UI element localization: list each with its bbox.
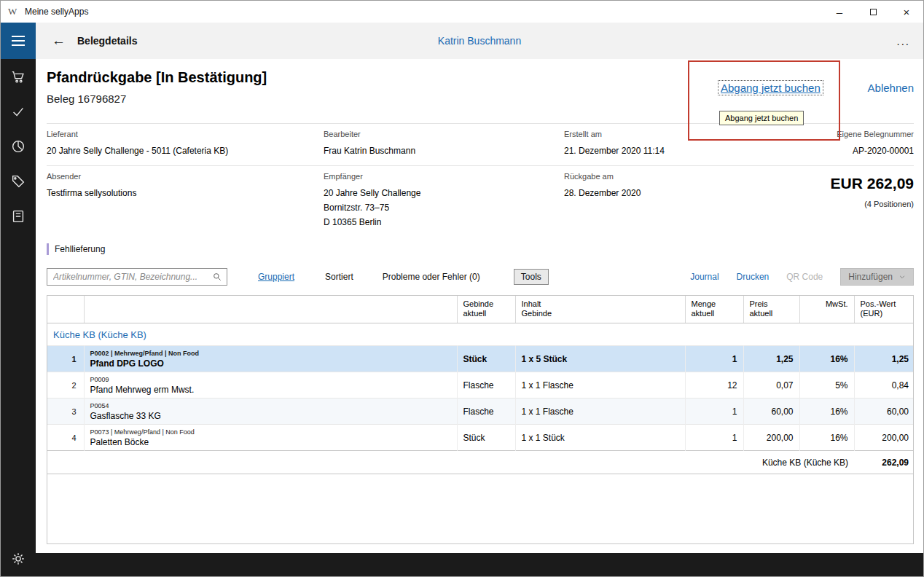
window-controls: – × xyxy=(823,1,923,23)
position-toolbar: Gruppiert Sortiert Probleme oder Fehler … xyxy=(47,267,914,286)
tag-label: Fehllieferung xyxy=(55,244,105,254)
sidebar-item-settings[interactable] xyxy=(1,541,36,576)
sidebar-item-tasks[interactable] xyxy=(1,94,36,129)
field-label: Empfänger xyxy=(324,172,564,181)
col-header-inhalt[interactable]: Inhalt Gebinde xyxy=(515,296,685,323)
table-row[interactable]: 4 P0073 | Mehrweg/Pfand | Non Food Palet… xyxy=(47,425,914,451)
row-number: 4 xyxy=(47,425,84,451)
cell-gebinde: Stück xyxy=(457,346,515,372)
drucken-link[interactable]: Drucken xyxy=(737,272,770,282)
cell-artikel: P0002 | Mehrweg/Pfand | Non Food Pfand D… xyxy=(84,346,457,372)
table-row[interactable]: 3 P0054 Gasflasche 33 KG Flasche 1 x 1 F… xyxy=(47,399,914,425)
col-header-wert[interactable]: Pos.-Wert (EUR) xyxy=(854,296,914,323)
cell-mwst: 16% xyxy=(799,399,854,425)
artikel-name: Gasflasche 33 KG xyxy=(90,411,451,421)
checkmark-icon xyxy=(10,103,26,119)
app-window: W Meine sellyApps – × xyxy=(0,0,924,577)
col-header-menge[interactable]: Menge aktuell xyxy=(685,296,743,323)
address-line: 20 Jahre Selly Challenge xyxy=(324,186,564,200)
field-value: Testfirma sellysolutions xyxy=(47,186,324,200)
search-box xyxy=(47,268,227,286)
journal-link[interactable]: Journal xyxy=(690,272,719,282)
tooltip: Abgang jetzt buchen xyxy=(719,111,804,125)
group-label: Küche KB (Küche KB) xyxy=(47,323,914,346)
field-value: 20 Jahre Selly Challenge Bornitzstr. 73–… xyxy=(324,186,564,229)
row-number: 2 xyxy=(47,372,84,399)
cell-mwst: 5% xyxy=(799,372,854,399)
row-number: 1 xyxy=(47,346,84,372)
gruppiert-toggle[interactable]: Gruppiert xyxy=(258,272,294,282)
field-value: Frau Katrin Buschmann xyxy=(324,144,564,158)
field-value: 20 Jahre Selly Challenge - 5011 (Cafeter… xyxy=(47,144,324,158)
maximize-icon xyxy=(870,9,877,15)
group-header-row[interactable]: Küche KB (Küche KB) xyxy=(47,323,914,346)
pie-chart-icon xyxy=(10,138,26,154)
search-input[interactable] xyxy=(53,272,212,282)
cell-inhalt: 1 x 1 Stück xyxy=(515,425,685,451)
field-lieferant: Lieferant 20 Jahre Selly Challenge - 501… xyxy=(47,130,324,158)
field-label: Absender xyxy=(47,172,324,181)
positions-table: Gebinde aktuell Inhalt Gebinde Menge akt… xyxy=(47,295,914,544)
field-empfaenger: Empfänger 20 Jahre Selly Challenge Borni… xyxy=(324,172,564,229)
table-row[interactable]: 1 P0002 | Mehrweg/Pfand | Non Food Pfand… xyxy=(47,346,914,372)
field-label: Lieferant xyxy=(47,130,324,138)
address-line: D 10365 Berlin xyxy=(324,215,564,229)
address-line: Bornitzstr. 73–75 xyxy=(324,200,564,215)
sidebar-item-journal[interactable] xyxy=(1,199,36,234)
field-value: AP-2020-00001 xyxy=(739,144,914,158)
reject-link[interactable]: Ablehnen xyxy=(868,82,914,94)
table-row[interactable]: 2 P0009 Pfand Mehrweg erm Mwst. Flasche … xyxy=(47,372,914,399)
cell-artikel: P0009 Pfand Mehrweg erm Mwst. xyxy=(84,372,457,399)
col-header-gebinde[interactable]: Gebinde aktuell xyxy=(457,296,515,323)
col-header-preis[interactable]: Preis aktuell xyxy=(743,296,799,323)
field-value: 28. Dezember 2020 xyxy=(564,186,739,200)
book-outgoing-link[interactable]: Abgang jetzt buchen xyxy=(719,81,823,95)
cell-menge: 1 xyxy=(685,399,743,425)
col-header-num xyxy=(47,296,84,323)
cell-wert: 0,84 xyxy=(854,372,914,399)
field-belegnummer: Eigene Belegnummer AP-2020-00001 xyxy=(739,130,914,158)
app-icon: W xyxy=(7,6,19,17)
probleme-filter[interactable]: Probleme oder Fehler (0) xyxy=(383,272,480,282)
artikel-code: P0073 | Mehrweg/Pfand | Non Food xyxy=(90,428,451,436)
group-footer-row: Küche KB (Küche KB) 262,09 xyxy=(47,451,914,474)
artikel-code: P0002 | Mehrweg/Pfand | Non Food xyxy=(90,350,451,358)
col-header-mwst[interactable]: MwSt. xyxy=(799,296,854,323)
meta-row-2: Absender Testfirma sellysolutions Empfän… xyxy=(47,165,914,237)
field-label: Eigene Belegnummer xyxy=(739,130,914,138)
row-number: 3 xyxy=(47,399,84,425)
user-name[interactable]: Katrin Buschmann xyxy=(36,35,923,47)
sidebar-item-tags[interactable] xyxy=(1,164,36,199)
field-value: 21. Dezember 2020 11:14 xyxy=(564,144,739,158)
sidebar-item-statistics[interactable] xyxy=(1,129,36,164)
maximize-button[interactable] xyxy=(856,1,890,23)
cell-artikel: P0054 Gasflasche 33 KG xyxy=(84,399,457,425)
field-absender: Absender Testfirma sellysolutions xyxy=(47,172,324,229)
cell-wert: 60,00 xyxy=(854,399,914,425)
tools-button[interactable]: Tools xyxy=(514,269,549,285)
close-button[interactable]: × xyxy=(890,1,923,23)
back-button[interactable]: ← xyxy=(52,33,66,49)
toolbar-right: Journal Drucken QR Code Hinzufügen xyxy=(690,268,914,286)
total-amount: EUR 262,09 xyxy=(739,175,914,192)
gear-icon xyxy=(10,551,26,567)
table-header-row: Gebinde aktuell Inhalt Gebinde Menge akt… xyxy=(47,296,914,323)
more-button[interactable]: ... xyxy=(896,35,910,47)
menu-button[interactable] xyxy=(1,23,36,59)
artikel-name: Pfand Mehrweg erm Mwst. xyxy=(90,385,451,395)
cell-preis: 200,00 xyxy=(743,425,799,451)
window-title: Meine sellyApps xyxy=(25,7,88,17)
field-label: Rückgabe am xyxy=(564,172,739,181)
chevron-down-icon xyxy=(898,273,906,280)
qr-code-link: QR Code xyxy=(786,272,823,282)
sidebar xyxy=(1,23,36,576)
cell-preis: 60,00 xyxy=(743,399,799,425)
field-label: Bearbeiter xyxy=(324,130,564,138)
cell-menge: 1 xyxy=(685,425,743,451)
cell-mwst: 16% xyxy=(799,346,854,372)
sidebar-item-cart[interactable] xyxy=(1,59,36,94)
minimize-button[interactable]: – xyxy=(823,1,856,23)
sortiert-toggle[interactable]: Sortiert xyxy=(325,272,353,282)
artikel-name: Pfand DPG LOGO xyxy=(90,358,451,369)
hinzufuegen-button[interactable]: Hinzufügen xyxy=(840,268,914,286)
